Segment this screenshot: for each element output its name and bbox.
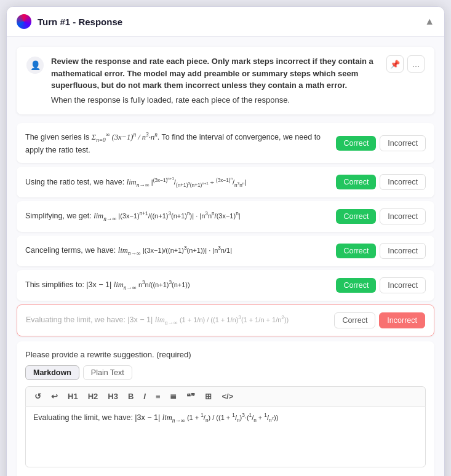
step-5-incorrect-button[interactable]: Incorrect <box>380 277 426 293</box>
step-2-correct-button[interactable]: Correct <box>336 175 376 189</box>
step-1-incorrect-button[interactable]: Incorrect <box>380 135 426 151</box>
quote-button[interactable]: ❝❞ <box>184 391 198 402</box>
step-1-correct-button[interactable]: Correct <box>336 136 376 151</box>
step-2-rating: Correct Incorrect <box>336 174 426 190</box>
step-3-correct-button[interactable]: Correct <box>336 209 376 224</box>
step-3-text: Simplifying, we get: limn→∞ |(3x−1)n+1/(… <box>25 210 330 223</box>
code-button[interactable]: </> <box>219 391 236 402</box>
tab-plaintext[interactable]: Plain Text <box>83 365 132 380</box>
step-row: Evaluating the limit, we have: |3x − 1| … <box>17 304 434 336</box>
instruction-actions: 📌 … <box>386 55 425 73</box>
rewrite-section: Please provide a rewrite suggestion. (re… <box>17 341 434 476</box>
step-6-text: Evaluating the limit, we have: |3x − 1| … <box>26 314 328 327</box>
ul-button[interactable]: ≡ <box>153 391 163 402</box>
more-button[interactable]: … <box>407 55 425 73</box>
ol-button[interactable]: ≣ <box>167 391 179 402</box>
undo-button[interactable]: ↩ <box>49 391 60 402</box>
step-3-rating: Correct Incorrect <box>336 208 426 224</box>
step-4-correct-button[interactable]: Correct <box>336 244 376 258</box>
h2-button[interactable]: H2 <box>86 391 101 402</box>
step-2-text: Using the ratio test, we have: limn→∞ |(… <box>25 175 330 189</box>
step-3-incorrect-button[interactable]: Incorrect <box>380 208 426 224</box>
step-row: Canceling terms, we have: limn→∞ |(3x−1)… <box>17 236 434 266</box>
instruction-icon: 👤 <box>26 57 44 74</box>
refresh-button[interactable]: ↺ <box>32 391 44 402</box>
instruction-sub: When the response is fully loaded, rate … <box>51 94 379 106</box>
step-row: The given series is Σn=0∞ (3x−1)n / n3·n… <box>17 123 434 163</box>
main-content: 👤 Review the response and rate each piec… <box>7 37 444 476</box>
step-4-incorrect-button[interactable]: Incorrect <box>380 243 426 259</box>
step-row: Simplifying, we get: limn→∞ |(3x−1)n+1/(… <box>17 201 434 232</box>
step-4-text: Canceling terms, we have: limn→∞ |(3x−1)… <box>25 245 330 258</box>
editor-area[interactable]: Evaluating the limit, we have: |3x − 1| … <box>25 406 426 467</box>
step-5-correct-button[interactable]: Correct <box>336 278 376 293</box>
tab-row: Markdown Plain Text <box>25 365 426 380</box>
main-window: Turn #1 - Response ▲ 👤 Review the respon… <box>6 6 445 476</box>
rewrite-label: Please provide a rewrite suggestion. (re… <box>25 350 426 359</box>
step-1-text: The given series is Σn=0∞ (3x−1)n / n3·n… <box>25 130 330 156</box>
step-1-rating: Correct Incorrect <box>336 135 426 151</box>
step-row: This simplifies to: |3x − 1| limn→∞ n3n/… <box>17 270 434 301</box>
instruction-main: Review the response and rate each piece.… <box>51 55 379 92</box>
step-2-incorrect-button[interactable]: Incorrect <box>380 174 426 190</box>
italic-button[interactable]: I <box>141 391 148 402</box>
step-5-text: This simplifies to: |3x − 1| limn→∞ n3n/… <box>25 279 330 292</box>
app-logo <box>17 14 31 29</box>
tab-markdown[interactable]: Markdown <box>25 365 79 380</box>
collapse-button[interactable]: ▲ <box>425 16 434 27</box>
window-title: Turn #1 - Response <box>38 17 122 27</box>
instruction-box: 👤 Review the response and rate each piec… <box>17 47 434 114</box>
step-6-rating: Correct Incorrect <box>334 312 425 328</box>
step-6-correct-button[interactable]: Correct <box>334 312 375 328</box>
instruction-text: Review the response and rate each piece.… <box>51 55 379 106</box>
h1-button[interactable]: H1 <box>65 391 81 402</box>
h3-button[interactable]: H3 <box>105 391 121 402</box>
title-bar-left: Turn #1 - Response <box>17 14 122 29</box>
step-5-rating: Correct Incorrect <box>336 277 426 293</box>
editor-toolbar: ↺ ↩ H1 H2 H3 B I ≡ ≣ ❝❞ ⊞ </> <box>25 386 426 406</box>
user-icon: 👤 <box>30 60 41 70</box>
table-button[interactable]: ⊞ <box>202 391 214 402</box>
step-4-rating: Correct Incorrect <box>336 243 426 259</box>
step-row: Using the ratio test, we have: limn→∞ |(… <box>17 167 434 197</box>
bold-button[interactable]: B <box>126 391 136 402</box>
step-6-incorrect-button[interactable]: Incorrect <box>379 312 425 328</box>
title-bar: Turn #1 - Response ▲ <box>7 7 444 37</box>
pin-button[interactable]: 📌 <box>386 55 404 73</box>
